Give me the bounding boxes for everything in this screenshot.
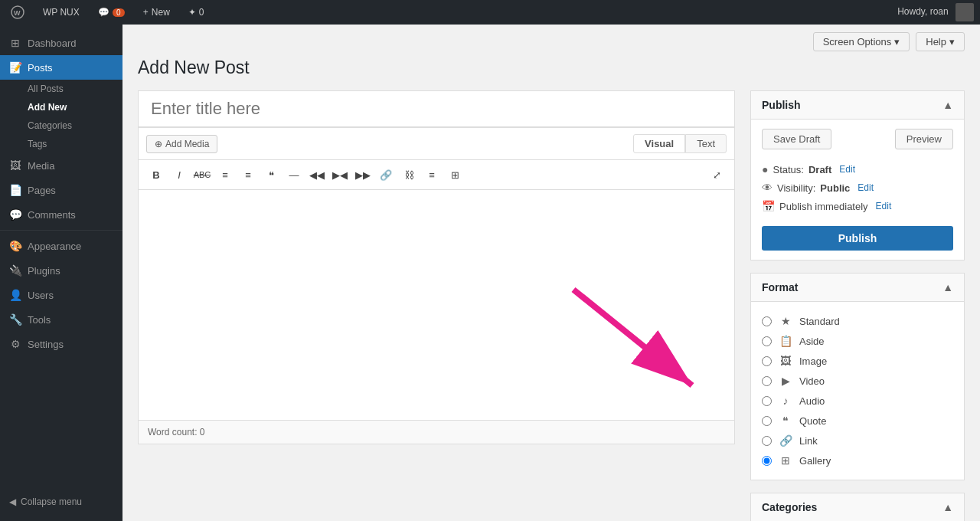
- save-draft-button[interactable]: Save Draft: [762, 129, 831, 149]
- status-item: ● Status: Draft Edit: [762, 160, 953, 179]
- updates-count: 0: [199, 7, 204, 18]
- media-icon: 🖼: [9, 159, 21, 172]
- tab-text[interactable]: Text: [685, 134, 727, 153]
- updates-link[interactable]: ✦ 0: [184, 0, 209, 25]
- status-value: Draft: [808, 164, 831, 175]
- table-button[interactable]: ⊞: [445, 165, 465, 185]
- categories-panel-toggle[interactable]: ▲: [942, 501, 953, 513]
- editor-content[interactable]: [139, 190, 734, 420]
- format-label-link: Link: [799, 435, 818, 447]
- admin-bar: W WP NUX 💬 0 + New ✦ 0 Howdy, roan: [0, 0, 980, 25]
- unordered-list-button[interactable]: ≡: [215, 165, 235, 185]
- comments-link[interactable]: 💬 0: [93, 0, 129, 25]
- categories-panel-header: Categories ▲: [751, 493, 964, 521]
- sidebar-item-comments[interactable]: 💬 Comments: [0, 202, 122, 227]
- format-label-aside: Aside: [799, 336, 825, 347]
- editor-sidebar: Publish ▲ Save Draft Preview ●: [750, 90, 965, 521]
- insert-more-button[interactable]: ≡: [422, 165, 442, 185]
- status-edit-link[interactable]: Edit: [839, 164, 855, 175]
- submenu-tags[interactable]: Tags: [28, 135, 122, 153]
- unlink-button[interactable]: ⛓: [399, 165, 419, 185]
- posts-icon: 📝: [9, 61, 21, 74]
- format-panel-toggle[interactable]: ▲: [942, 281, 953, 293]
- toggle-toolbar-button[interactable]: ⤢: [707, 165, 727, 185]
- status-label: Status:: [773, 164, 803, 175]
- format-option-standard[interactable]: ★ Standard: [762, 311, 953, 331]
- submenu-all-posts[interactable]: All Posts: [28, 80, 122, 98]
- arrow-annotation: [550, 267, 719, 405]
- wp-wrap: ⊞ Dashboard 📝 Posts All Posts Add New Ca…: [0, 25, 980, 521]
- format-radio-aside[interactable]: [762, 336, 772, 346]
- sidebar-item-dashboard[interactable]: ⊞ Dashboard: [0, 31, 122, 55]
- editor-box: ⊕ Add Media Visual Text B I: [138, 127, 735, 444]
- sidebar-item-posts[interactable]: 📝 Posts: [0, 55, 122, 80]
- format-radio-image[interactable]: [762, 356, 772, 366]
- italic-button[interactable]: I: [169, 165, 189, 185]
- users-icon: 👤: [9, 289, 21, 301]
- sidebar-item-pages[interactable]: 📄 Pages: [0, 178, 122, 202]
- dashboard-icon: ⊞: [9, 37, 21, 49]
- tools-icon: 🔧: [9, 313, 21, 326]
- help-button[interactable]: Help ▾: [916, 32, 965, 51]
- ordered-list-button[interactable]: ≡: [238, 165, 258, 185]
- calendar-icon: 📅: [762, 200, 775, 212]
- user-greeting: Howdy, roan: [897, 6, 948, 17]
- site-name-link[interactable]: WP NUX: [38, 0, 84, 25]
- format-radio-link[interactable]: [762, 436, 772, 446]
- tab-visual[interactable]: Visual: [633, 134, 685, 153]
- publish-panel-toggle[interactable]: ▲: [942, 99, 953, 111]
- collapse-menu-button[interactable]: ◀ Collapse menu: [0, 490, 122, 513]
- screen-options-chevron-icon: ▾: [894, 36, 900, 48]
- sidebar-item-appearance[interactable]: 🎨 Appearance: [0, 234, 122, 258]
- format-radio-audio[interactable]: [762, 396, 772, 406]
- format-option-link[interactable]: 🔗 Link: [762, 431, 953, 451]
- sidebar-label-settings: Settings: [28, 339, 64, 350]
- insert-link-button[interactable]: 🔗: [376, 165, 396, 185]
- format-radio-video[interactable]: [762, 376, 772, 386]
- format-option-aside[interactable]: 📋 Aside: [762, 331, 953, 351]
- sidebar-label-pages: Pages: [28, 185, 56, 196]
- publish-time-label: Publish immediately: [779, 201, 868, 212]
- format-radio-standard[interactable]: [762, 316, 772, 326]
- post-title-input[interactable]: [138, 90, 735, 127]
- bold-button[interactable]: B: [146, 165, 166, 185]
- wp-logo-link[interactable]: W: [6, 0, 29, 25]
- publish-button[interactable]: Publish: [762, 226, 953, 251]
- add-media-button[interactable]: ⊕ Add Media: [146, 135, 217, 153]
- sidebar-item-users[interactable]: 👤 Users: [0, 283, 122, 307]
- preview-button[interactable]: Preview: [895, 129, 953, 149]
- new-content-link[interactable]: + New: [139, 0, 175, 25]
- align-center-button[interactable]: ▶◀: [330, 165, 350, 185]
- visibility-edit-link[interactable]: Edit: [858, 182, 874, 193]
- format-option-image[interactable]: 🖼 Image: [762, 351, 953, 371]
- screen-options-label: Screen Options: [823, 36, 892, 48]
- sidebar-item-settings[interactable]: ⚙ Settings: [0, 332, 122, 356]
- align-right-button[interactable]: ▶▶: [353, 165, 373, 185]
- format-option-quote[interactable]: ❝ Quote: [762, 411, 953, 431]
- sidebar-item-media[interactable]: 🖼 Media: [0, 153, 122, 178]
- submenu-add-new[interactable]: Add New: [28, 98, 122, 116]
- publish-time-item: 📅 Publish immediately Edit: [762, 197, 953, 215]
- format-option-gallery[interactable]: ⊞ Gallery: [762, 451, 953, 470]
- format-panel-body: ★ Standard 📋 Aside 🖼 Image ▶ Video ♪ Aud…: [751, 302, 964, 480]
- strikethrough-button[interactable]: ABC: [192, 165, 212, 185]
- publish-time-edit-link[interactable]: Edit: [876, 201, 892, 211]
- format-icon-standard: ★: [778, 315, 793, 327]
- blockquote-button[interactable]: ❝: [261, 165, 281, 185]
- align-left-button[interactable]: ◀◀: [307, 165, 327, 185]
- horizontal-rule-button[interactable]: —: [284, 165, 304, 185]
- format-radio-gallery[interactable]: [762, 456, 772, 466]
- format-option-audio[interactable]: ♪ Audio: [762, 391, 953, 411]
- publish-meta-list: ● Status: Draft Edit 👁 Visibility: Publi…: [762, 160, 953, 215]
- sidebar-item-tools[interactable]: 🔧 Tools: [0, 307, 122, 332]
- format-icon-audio: ♪: [778, 395, 793, 407]
- submenu-categories[interactable]: Categories: [28, 116, 122, 135]
- posts-submenu: All Posts Add New Categories Tags: [0, 80, 122, 153]
- screen-options-button[interactable]: Screen Options ▾: [813, 32, 910, 51]
- sidebar-label-dashboard: Dashboard: [28, 38, 77, 49]
- format-option-video[interactable]: ▶ Video: [762, 371, 953, 391]
- visibility-item: 👁 Visibility: Public Edit: [762, 179, 953, 197]
- sidebar-item-plugins[interactable]: 🔌 Plugins: [0, 258, 122, 283]
- format-radio-quote[interactable]: [762, 416, 772, 426]
- pages-icon: 📄: [9, 184, 21, 196]
